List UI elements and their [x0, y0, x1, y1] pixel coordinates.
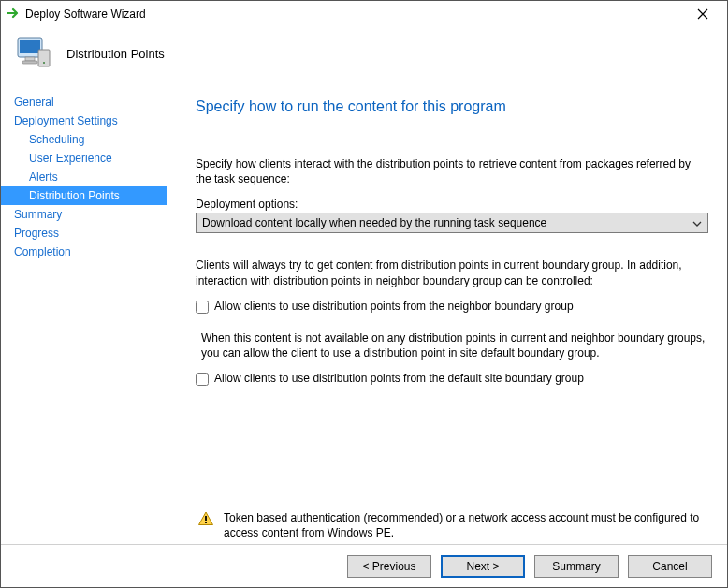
window-title: Deploy Software Wizard [22, 7, 684, 21]
warning-icon [197, 510, 214, 530]
chevron-down-icon [692, 216, 702, 229]
neighbor-boundary-checkbox-row[interactable]: Allow clients to use distribution points… [196, 300, 708, 314]
nav-item-progress[interactable]: Progress [1, 224, 167, 243]
cancel-button[interactable]: Cancel [628, 555, 712, 578]
svg-rect-1 [20, 40, 40, 53]
nav-item-user-experience[interactable]: User Experience [1, 149, 167, 168]
nav-item-alerts[interactable]: Alerts [1, 168, 167, 186]
wizard-nav: General Deployment Settings Scheduling U… [1, 81, 167, 544]
svg-point-5 [43, 62, 45, 64]
wizard-header: Distribution Points [1, 27, 727, 81]
app-arrow-icon [7, 6, 22, 23]
neighbor-boundary-checkbox[interactable] [196, 301, 209, 314]
wizard-body: General Deployment Settings Scheduling U… [1, 81, 727, 544]
titlebar: Deploy Software Wizard [1, 1, 727, 27]
svg-rect-6 [205, 516, 207, 521]
intro-text: Specify how clients interact with the di… [196, 156, 708, 186]
default-boundary-text: When this content is not available on an… [196, 331, 708, 360]
previous-button[interactable]: < Previous [347, 555, 431, 578]
next-button[interactable]: Next > [441, 555, 525, 578]
svg-rect-7 [205, 522, 207, 523]
svg-rect-2 [38, 50, 50, 66]
nav-item-general[interactable]: General [1, 93, 167, 111]
default-site-boundary-checkbox[interactable] [196, 373, 209, 386]
default-site-boundary-checkbox-label: Allow clients to use distribution points… [214, 372, 584, 385]
close-button[interactable] [684, 1, 721, 27]
nav-item-completion[interactable]: Completion [1, 243, 167, 261]
wizard-window: Deploy Software Wizard Distribution Poin… [0, 0, 728, 588]
nav-item-summary[interactable]: Summary [1, 205, 167, 224]
wizard-footer: < Previous Next > Summary Cancel [1, 544, 727, 587]
warning-row: Token based authentication (recommended)… [196, 510, 708, 544]
nav-item-deployment-settings[interactable]: Deployment Settings [1, 111, 167, 130]
summary-button[interactable]: Summary [534, 555, 619, 578]
nav-item-distribution-points[interactable]: Distribution Points [1, 186, 167, 205]
deployment-options-dropdown[interactable]: Download content locally when needed by … [196, 213, 708, 233]
svg-rect-4 [22, 61, 37, 64]
content-spacer [196, 403, 708, 510]
page-heading: Specify how to run the content for this … [196, 98, 708, 115]
deployment-options-label: Deployment options: [196, 198, 708, 211]
deployment-options-value: Download content locally when needed by … [202, 216, 546, 229]
wizard-step-title: Distribution Points [66, 47, 165, 61]
svg-rect-3 [25, 57, 35, 61]
warning-text: Token based authentication (recommended)… [224, 510, 706, 540]
nav-item-scheduling[interactable]: Scheduling [1, 130, 167, 149]
boundary-group-text: Clients will always try to get content f… [196, 257, 708, 287]
neighbor-boundary-checkbox-label: Allow clients to use distribution points… [214, 300, 574, 313]
computer-monitor-icon [14, 33, 53, 75]
default-site-boundary-checkbox-row[interactable]: Allow clients to use distribution points… [196, 372, 708, 386]
wizard-content: Specify how to run the content for this … [167, 81, 727, 544]
